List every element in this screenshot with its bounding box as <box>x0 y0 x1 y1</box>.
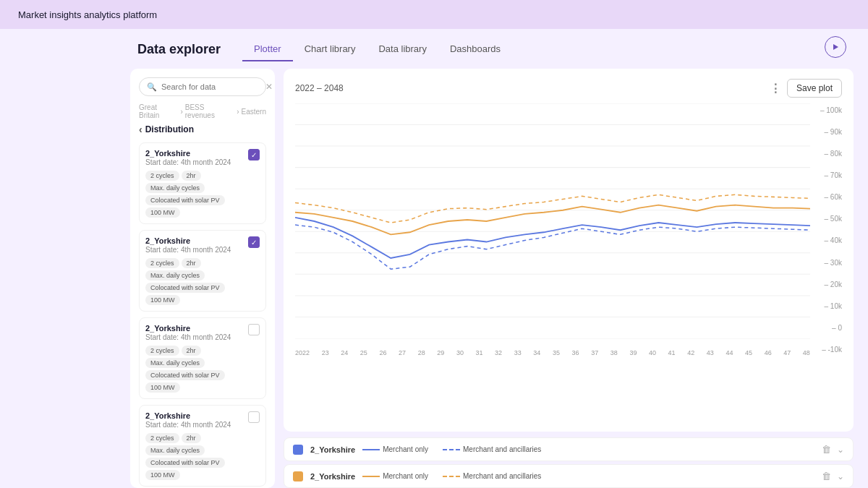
x-axis-label: 32 <box>495 349 502 356</box>
data-item-checkbox[interactable] <box>248 411 260 423</box>
x-axis-label: 34 <box>533 349 540 356</box>
data-item-subtitle: Start date: 4th month 2024 <box>145 246 260 254</box>
x-axis-label: 24 <box>341 349 348 356</box>
legend-merchant-only: Merchant only <box>383 445 428 453</box>
x-axis-label: 37 <box>591 349 598 356</box>
tag-list: 2 cycles2hrMax. daily cyclesColocated wi… <box>145 171 260 218</box>
legend-rows: 2_Yorkshire Merchant only Merchant and a… <box>284 437 854 488</box>
x-axis-label: 43 <box>707 349 714 356</box>
more-options-icon[interactable]: ⋮ <box>770 82 781 95</box>
x-axis-label: 35 <box>553 349 560 356</box>
tab-dashboards[interactable]: Dashboards <box>438 38 512 61</box>
chart-area: – 100k– 90k– 80k– 70k– 60k– 50k– 40k– 30… <box>295 103 842 356</box>
legend-line-dashed: Merchant and ancillaries <box>443 472 541 480</box>
legend-line-solid: Merchant only <box>362 472 428 480</box>
data-item-title: 2_Yorkshire <box>145 411 260 420</box>
tag-list: 2 cycles2hrMax. daily cyclesColocated wi… <box>145 258 260 305</box>
tag: Max. daily cycles <box>145 358 205 368</box>
tag: 2 cycles <box>145 346 179 356</box>
x-axis-label: 31 <box>476 349 483 356</box>
x-axis-label: 33 <box>514 349 522 356</box>
y-axis-label: – 10k <box>813 302 842 310</box>
search-box[interactable]: 🔍 ✕ <box>139 77 266 96</box>
delete-legend-icon[interactable]: 🗑 <box>822 444 831 455</box>
y-axis-label: – -10k <box>813 346 842 354</box>
x-axis-label: 47 <box>783 349 791 356</box>
page-title: Data explorer <box>137 42 221 57</box>
delete-legend-icon[interactable]: 🗑 <box>822 471 831 481</box>
data-item-1: 2_Yorkshire Start date: 4th month 2024 2… <box>139 230 266 312</box>
legend-merchant-only: Merchant only <box>383 472 428 480</box>
legend-color <box>293 471 303 481</box>
y-axis: – 100k– 90k– 80k– 70k– 60k– 50k– 40k– 30… <box>813 103 842 356</box>
data-item-checkbox[interactable] <box>248 324 260 335</box>
y-axis-label: – 30k <box>813 259 842 267</box>
x-axis-label: 38 <box>610 349 618 356</box>
back-nav[interactable]: ‹ Distribution <box>139 124 266 135</box>
x-axis-label: 25 <box>360 349 367 356</box>
x-axis-label: 46 <box>765 349 772 356</box>
breadcrumb: Great Britain › BESS revenues › Eastern <box>139 103 266 119</box>
data-item-3: 2_Yorkshire Start date: 4th month 2024 2… <box>139 405 266 487</box>
data-item-title: 2_Yorkshire <box>145 236 260 245</box>
chart-date-range: 2022 – 2048 <box>295 83 344 93</box>
x-axis-label: 27 <box>399 349 406 356</box>
x-axis-label: 45 <box>745 349 752 356</box>
data-items-list: 2_Yorkshire Start date: 4th month 2024 2… <box>139 142 266 488</box>
y-axis-label: – 80k <box>813 150 842 158</box>
tag: 2 cycles <box>145 171 179 181</box>
data-item-checkbox[interactable] <box>248 149 260 160</box>
tag: 2hr <box>182 171 201 181</box>
y-axis-label: – 40k <box>813 236 842 244</box>
tab-chart-library[interactable]: Chart library <box>293 38 367 61</box>
y-axis-label: – 20k <box>813 281 842 288</box>
y-axis-label: – 90k <box>813 128 842 136</box>
data-item-title: 2_Yorkshire <box>145 324 260 333</box>
tag: 100 MW <box>145 470 180 480</box>
x-axis-label: 28 <box>418 349 425 356</box>
x-axis-label: 41 <box>668 349 676 356</box>
back-chevron-icon: ‹ <box>139 124 142 135</box>
chart-svg <box>295 103 810 339</box>
play-button[interactable] <box>825 36 846 58</box>
x-axis-label: 39 <box>629 349 637 356</box>
tag: 100 MW <box>145 207 180 218</box>
legend-merchant-ancillaries: Merchant and ancillaries <box>463 472 541 480</box>
y-axis-label: – 0 <box>813 324 842 332</box>
search-input[interactable] <box>161 82 261 91</box>
tag: Colocated with solar PV <box>145 195 225 205</box>
x-axis-label: 2022 <box>295 349 310 356</box>
svg-marker-0 <box>833 44 838 50</box>
data-item-2: 2_Yorkshire Start date: 4th month 2024 2… <box>139 317 266 399</box>
x-axis-label: 44 <box>726 349 733 356</box>
tab-data-library[interactable]: Data library <box>367 38 438 61</box>
data-item-title: 2_Yorkshire <box>145 149 260 158</box>
legend-color <box>293 445 303 455</box>
right-panel: 2022 – 2048 ⋮ Save plot – 100k– 90k– 80k… <box>284 69 854 488</box>
clear-icon[interactable]: ✕ <box>265 82 273 92</box>
tag: Colocated with solar PV <box>145 458 225 468</box>
y-axis-label: – 60k <box>813 193 842 201</box>
tag: Colocated with solar PV <box>145 283 225 293</box>
tag-list: 2 cycles2hrMax. daily cyclesColocated wi… <box>145 433 260 480</box>
expand-legend-icon[interactable]: ⌄ <box>837 445 844 455</box>
legend-row-0: 2_Yorkshire Merchant only Merchant and a… <box>284 437 854 461</box>
tab-plotter[interactable]: Plotter <box>242 38 293 61</box>
tag: 2 cycles <box>145 433 179 443</box>
x-axis: 2022232425262728293031323334353637383940… <box>295 349 810 356</box>
tag: Max. daily cycles <box>145 183 205 193</box>
expand-legend-icon[interactable]: ⌄ <box>837 471 844 481</box>
chart-container: 2022 – 2048 ⋮ Save plot – 100k– 90k– 80k… <box>284 69 854 432</box>
x-axis-label: 40 <box>649 349 656 356</box>
tag-list: 2 cycles2hrMax. daily cyclesColocated wi… <box>145 346 260 393</box>
x-axis-label: 23 <box>322 349 329 356</box>
search-icon: 🔍 <box>147 82 157 92</box>
save-plot-button[interactable]: Save plot <box>787 79 842 98</box>
data-item-checkbox[interactable] <box>248 236 260 248</box>
y-axis-label: – 70k <box>813 171 842 179</box>
x-axis-label: 42 <box>687 349 694 356</box>
legend-line-dashed: Merchant and ancillaries <box>443 445 541 453</box>
tag: 100 MW <box>145 382 180 393</box>
y-axis-label: – 100k <box>813 106 842 114</box>
legend-label: 2_Yorkshire <box>310 445 355 454</box>
